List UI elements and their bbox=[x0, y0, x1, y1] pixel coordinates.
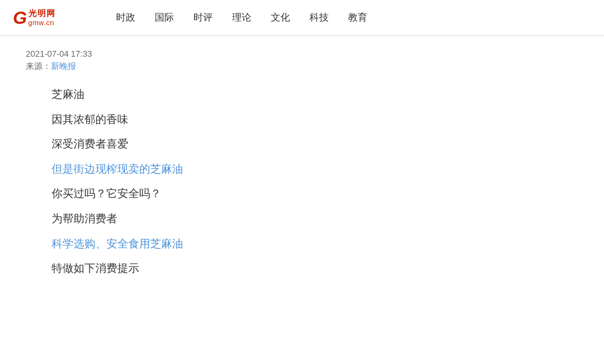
article-line-3: 深受消费者喜爱 bbox=[52, 135, 578, 155]
logo-url: gmw.cn bbox=[28, 19, 55, 26]
source-name[interactable]: 新晚报 bbox=[51, 61, 76, 71]
nav-item-shizhen[interactable]: 时政 bbox=[116, 12, 135, 24]
nav-item-guoji[interactable]: 国际 bbox=[155, 12, 174, 24]
nav-item-jiaoyu[interactable]: 教育 bbox=[348, 12, 367, 24]
article-line-7: 科学选购、安全食用芝麻油 bbox=[52, 235, 578, 254]
article-line-2: 因其浓郁的香味 bbox=[52, 110, 578, 130]
article-line-5: 你买过吗？它安全吗？ bbox=[52, 184, 578, 204]
logo-text-block: 光明网 gmw.cn bbox=[28, 9, 55, 26]
site-logo[interactable]: G 光明网 gmw.cn bbox=[13, 8, 97, 28]
article-line-4: 但是街边现榨现卖的芝麻油 bbox=[52, 160, 578, 180]
article-date: 2021-07-04 17:33 bbox=[26, 49, 578, 59]
article-line-1: 芝麻油 bbox=[52, 85, 578, 105]
article-meta: 2021-07-04 17:33 来源：新晚报 bbox=[26, 49, 578, 72]
article-source: 来源：新晚报 bbox=[26, 61, 578, 72]
main-nav: 时政 国际 时评 理论 文化 科技 教育 bbox=[116, 12, 367, 24]
nav-item-lilun[interactable]: 理论 bbox=[232, 12, 251, 24]
logo-g-letter: G bbox=[13, 8, 27, 28]
nav-item-keji[interactable]: 科技 bbox=[309, 12, 329, 24]
article-line-6: 为帮助消费者 bbox=[52, 209, 578, 229]
nav-item-shiping[interactable]: 时评 bbox=[193, 12, 213, 24]
article-content: 2021-07-04 17:33 来源：新晚报 芝麻油 因其浓郁的香味 深受消费… bbox=[0, 36, 604, 364]
source-label: 来源： bbox=[26, 61, 51, 71]
logo-chinese-name: 光明网 bbox=[28, 9, 55, 18]
article-body: 芝麻油 因其浓郁的香味 深受消费者喜爱 但是街边现榨现卖的芝麻油 你买过吗？它安… bbox=[26, 85, 578, 279]
nav-item-wenhua[interactable]: 文化 bbox=[271, 12, 290, 24]
site-header: G 光明网 gmw.cn 时政 国际 时评 理论 文化 科技 教育 bbox=[0, 0, 604, 36]
article-line-8: 特做如下消费提示 bbox=[52, 259, 578, 279]
